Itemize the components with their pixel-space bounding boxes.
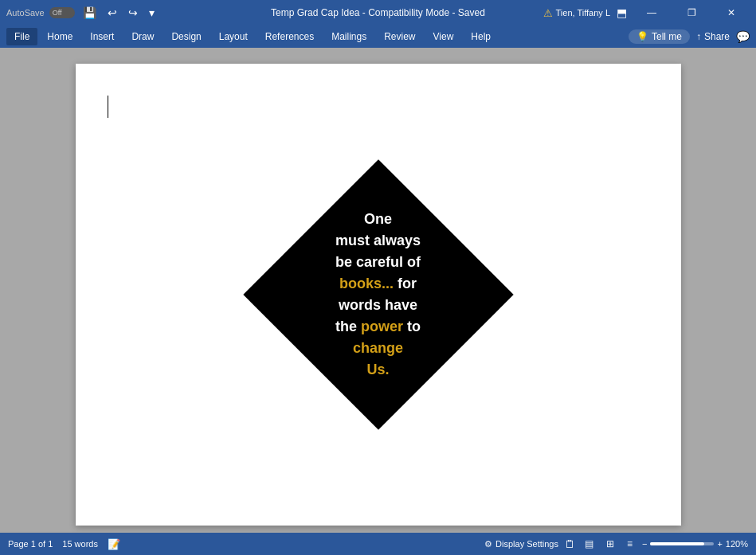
track-changes-icon: 📝 xyxy=(108,538,120,550)
autosave-label: AutoSave xyxy=(6,8,45,18)
comments-icon: 💬 xyxy=(736,30,750,43)
diamond-quote: One must always be careful of books... f… xyxy=(327,201,429,389)
references-menu[interactable]: References xyxy=(257,28,322,45)
title-bar-right: ⚠ Tien, Tiffany L ⬒ — ❐ ✕ xyxy=(543,0,750,25)
customize-qat-button[interactable]: ▾ xyxy=(146,5,158,21)
close-button[interactable]: ✕ xyxy=(713,0,750,25)
user-name: Tien, Tiffany L xyxy=(556,8,610,18)
warning-icon: ⚠ xyxy=(543,7,553,19)
review-menu[interactable]: Review xyxy=(376,28,423,45)
tell-me-input[interactable]: 💡 Tell me xyxy=(629,29,690,44)
design-menu[interactable]: Design xyxy=(163,28,209,45)
title-bar: AutoSave Off 💾 ↩ ↪ ▾ Temp Grad Cap Idea … xyxy=(0,0,756,25)
page-layout-icon: 🗒 xyxy=(565,538,575,550)
quote-line4-normal: for xyxy=(394,276,417,291)
undo-button[interactable]: ↩ xyxy=(104,5,120,21)
autosave-toggle[interactable]: Off xyxy=(49,7,75,18)
quote-line6-end: to xyxy=(403,319,421,334)
autosave-state: Off xyxy=(53,9,62,17)
document-title: Temp Grad Cap Idea - Compatibility Mode … xyxy=(271,7,485,18)
ribbon-display-button[interactable]: ⬒ xyxy=(613,5,630,21)
quote-line3: be careful of xyxy=(335,254,421,270)
layout-menu[interactable]: Layout xyxy=(211,28,256,45)
zoom-control[interactable]: − + 120% xyxy=(642,539,748,549)
diamond-text-overlay: One must always be careful of books... f… xyxy=(243,159,514,430)
share-icon: ↑ xyxy=(696,31,701,42)
help-menu[interactable]: Help xyxy=(463,28,499,45)
minimize-button[interactable]: — xyxy=(633,0,670,25)
menu-bar: File Home Insert Draw Design Layout Refe… xyxy=(0,25,756,48)
word-count: 15 words xyxy=(62,539,98,549)
quote-highlight-power: power xyxy=(361,319,403,334)
zoom-slider[interactable] xyxy=(650,542,714,545)
quote-highlight-change: change xyxy=(353,340,403,356)
print-layout-view[interactable]: ▤ xyxy=(582,537,597,551)
status-bar: Page 1 of 1 15 words 📝 ⚙ Display Setting… xyxy=(0,533,756,555)
view-menu[interactable]: View xyxy=(425,28,462,45)
insert-menu[interactable]: Insert xyxy=(82,28,122,45)
quote-line2: must always xyxy=(335,233,421,248)
quote-line6-start: the xyxy=(335,319,361,334)
restore-button[interactable]: ❐ xyxy=(673,0,710,25)
document-page[interactable]: One must always be careful of books... f… xyxy=(76,64,681,526)
user-info[interactable]: Tien, Tiffany L xyxy=(556,8,610,18)
text-cursor xyxy=(108,96,108,118)
redo-button[interactable]: ↪ xyxy=(125,5,141,21)
title-bar-left: AutoSave Off 💾 ↩ ↪ ▾ xyxy=(6,5,158,21)
share-button[interactable]: ↑ Share xyxy=(696,31,730,42)
mailings-menu[interactable]: Mailings xyxy=(323,28,374,45)
quote-highlight-us: Us. xyxy=(366,362,389,377)
quote-line5: words have xyxy=(339,297,417,313)
quote-line1: One xyxy=(364,211,392,227)
document-area[interactable]: One must always be careful of books... f… xyxy=(0,48,756,533)
file-menu[interactable]: File xyxy=(6,28,37,45)
status-bar-right: ⚙ Display Settings 🗒 ▤ ⊞ ≡ − + 120% xyxy=(484,537,748,551)
comments-button[interactable]: 💬 xyxy=(736,30,750,43)
zoom-out-button[interactable]: − xyxy=(642,539,647,549)
save-button[interactable]: 💾 xyxy=(80,5,100,21)
display-settings-button[interactable]: ⚙ Display Settings xyxy=(484,539,558,549)
zoom-slider-fill xyxy=(650,542,704,545)
draw-menu[interactable]: Draw xyxy=(123,28,162,45)
read-view[interactable]: ≡ xyxy=(624,537,636,551)
quote-highlight-books: books... xyxy=(339,276,394,291)
page-info: Page 1 of 1 xyxy=(8,539,53,549)
menu-bar-right: 💡 Tell me ↑ Share 💬 xyxy=(629,29,750,44)
diamond-graphic: One must always be careful of books... f… xyxy=(243,159,514,430)
lightbulb-icon: 💡 xyxy=(637,31,648,42)
zoom-in-button[interactable]: + xyxy=(717,539,722,549)
display-settings-icon: ⚙ xyxy=(484,539,492,549)
zoom-level: 120% xyxy=(726,539,748,549)
home-menu[interactable]: Home xyxy=(39,28,80,45)
web-layout-view[interactable]: ⊞ xyxy=(603,537,617,551)
